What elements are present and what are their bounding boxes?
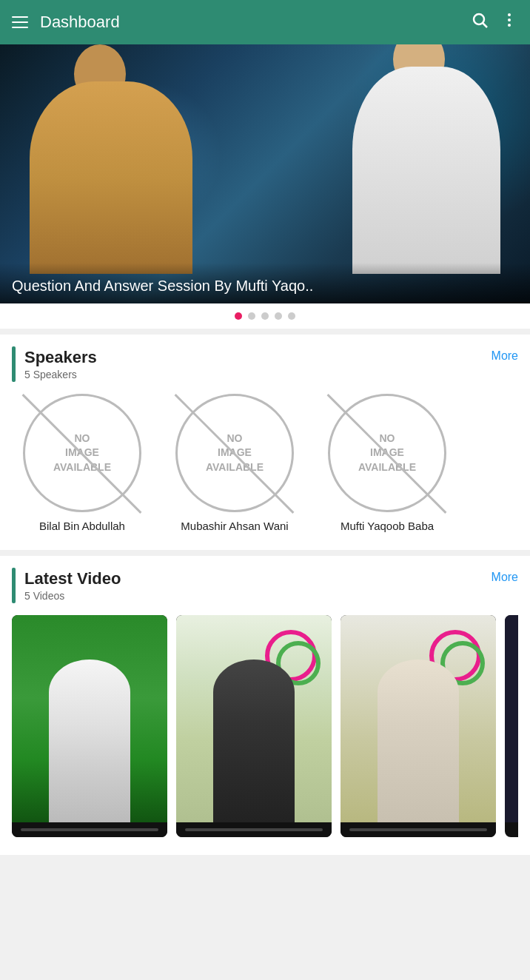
video-2-bg	[176, 615, 332, 822]
carousel-overlay: Question And Answer Session By Mufti Yaq…	[0, 263, 530, 303]
carousel-dot-3[interactable]	[261, 312, 269, 320]
carousel-dot-4[interactable]	[275, 312, 282, 320]
featured-carousel[interactable]: Question And Answer Session By Mufti Yaq…	[0, 44, 530, 303]
video-2-thumbnail	[176, 615, 332, 822]
video-3-bottom-bar	[341, 822, 496, 837]
video-2-bottom-bar	[176, 822, 332, 837]
video-item[interactable]	[12, 615, 167, 837]
latest-video-section: Latest Video 5 Videos More	[0, 556, 530, 855]
video-1-bottom-bar	[12, 822, 167, 837]
speaker-1-no-image-text: NoImageAvailable	[53, 432, 111, 475]
carousel-person-left	[15, 59, 222, 274]
speakers-title-group: Speakers 5 Speakers	[24, 348, 97, 380]
svg-point-0	[474, 14, 484, 24]
speaker-item[interactable]: NoImageAvailable Mufti Yaqoob Baba	[317, 394, 457, 532]
header-title: Dashboard	[40, 13, 120, 32]
speaker-item[interactable]: NoImageAvailable Bilal Bin Abdullah	[12, 394, 152, 532]
latest-video-more-button[interactable]: More	[492, 568, 518, 587]
video-3-progress	[349, 828, 487, 831]
video-3-thumbnail	[341, 615, 496, 822]
carousel-pagination	[0, 303, 530, 329]
speakers-section-title: Speakers	[24, 348, 97, 367]
video-3-person	[341, 657, 496, 822]
latest-video-section-title: Latest Video	[24, 569, 121, 588]
header-left: Dashboard	[12, 13, 120, 32]
carousel-dot-1[interactable]	[235, 312, 242, 320]
video-3-bg	[341, 615, 496, 822]
video-item[interactable]	[505, 615, 518, 837]
speaker-1-name: Bilal Bin Abdullah	[39, 520, 125, 532]
speaker-1-image: NoImageAvailable	[23, 394, 141, 512]
video-1-person	[12, 657, 167, 822]
video-3-silhouette	[378, 660, 459, 822]
video-1-progress	[21, 828, 158, 831]
svg-point-2	[508, 13, 511, 16]
hamburger-menu-button[interactable]	[12, 16, 28, 28]
person-right-body	[352, 67, 500, 274]
speakers-accent-bar	[12, 346, 16, 382]
latest-video-title-wrapper: Latest Video 5 Videos	[12, 568, 121, 603]
hamburger-line-3	[12, 27, 28, 28]
latest-video-accent-bar	[12, 568, 16, 603]
speakers-section-header: Speakers 5 Speakers More	[12, 346, 518, 382]
video-1-silhouette	[49, 660, 130, 822]
speaker-2-image: NoImageAvailable	[175, 394, 294, 512]
speakers-more-button[interactable]: More	[492, 346, 518, 366]
speaker-2-no-image-text: NoImageAvailable	[206, 432, 264, 475]
carousel-dot-2[interactable]	[248, 312, 255, 320]
video-2-person	[176, 657, 332, 822]
carousel-background: Question And Answer Session By Mufti Yaq…	[0, 44, 530, 303]
speakers-title-wrapper: Speakers 5 Speakers	[12, 346, 97, 382]
video-4-thumbnail-partial	[505, 615, 518, 822]
speakers-section: Speakers 5 Speakers More NoImageAvailabl…	[0, 335, 530, 550]
carousel-item-title: Question And Answer Session By Mufti Yaq…	[12, 278, 313, 294]
videos-grid	[12, 615, 518, 843]
hamburger-line-2	[12, 21, 28, 23]
video-2-silhouette	[213, 660, 295, 822]
speaker-item[interactable]: NoImageAvailable Mubashir Ahsan Wani	[164, 394, 305, 532]
carousel-person-right	[345, 52, 523, 274]
svg-line-1	[483, 24, 488, 28]
latest-video-section-count: 5 Videos	[24, 590, 121, 602]
hamburger-line-1	[12, 16, 28, 18]
svg-point-3	[508, 19, 511, 21]
search-icon[interactable]	[471, 11, 489, 33]
header-right	[471, 11, 518, 33]
latest-video-title-group: Latest Video 5 Videos	[24, 569, 121, 602]
speakers-grid: NoImageAvailable Bilal Bin Abdullah NoIm…	[12, 394, 518, 538]
more-options-icon[interactable]	[500, 11, 518, 33]
svg-point-4	[508, 24, 511, 27]
carousel-dot-5[interactable]	[288, 312, 295, 320]
video-4-bg	[505, 615, 518, 822]
video-2-progress	[185, 828, 323, 831]
video-1-bg	[12, 615, 167, 822]
video-item[interactable]	[341, 615, 496, 837]
speaker-3-image: NoImageAvailable	[328, 394, 446, 512]
speaker-2-name: Mubashir Ahsan Wani	[181, 520, 288, 532]
speaker-3-no-image-text: NoImageAvailable	[358, 432, 416, 475]
video-1-thumbnail	[12, 615, 167, 822]
speakers-section-count: 5 Speakers	[24, 369, 97, 380]
video-item[interactable]	[176, 615, 332, 837]
latest-video-section-header: Latest Video 5 Videos More	[12, 568, 518, 603]
person-left-body	[30, 81, 192, 274]
app-header: Dashboard	[0, 0, 530, 44]
speaker-3-name: Mufti Yaqoob Baba	[341, 520, 434, 532]
